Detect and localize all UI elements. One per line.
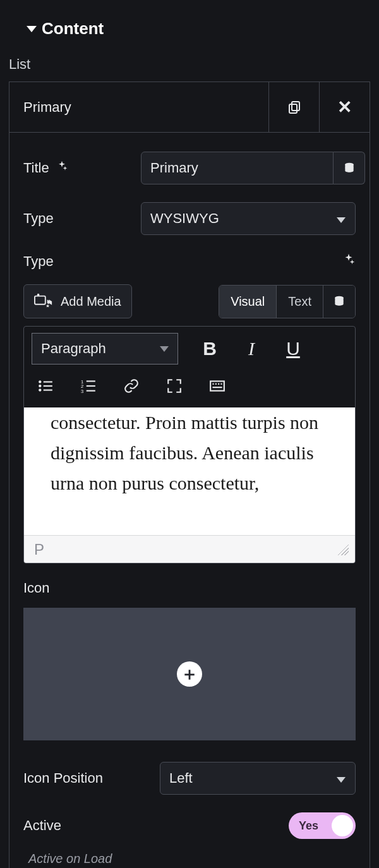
editor-text: consectetur. Proin mattis turpis non dig… xyxy=(51,407,340,498)
list-item-header: Primary ✕ xyxy=(9,82,370,133)
svg-rect-17 xyxy=(87,390,95,392)
row-active: Active Yes xyxy=(23,812,356,839)
label-type: Type xyxy=(23,210,131,227)
svg-rect-18 xyxy=(210,381,224,390)
resize-handle[interactable] xyxy=(337,544,349,555)
tab-visual[interactable]: Visual xyxy=(219,286,277,318)
editor-tabs: Visual Text xyxy=(219,285,356,318)
duplicate-button[interactable] xyxy=(268,82,319,132)
dynamic-data-button[interactable] xyxy=(323,286,355,318)
svg-rect-9 xyxy=(44,385,52,387)
row-title: Title xyxy=(23,152,356,184)
italic-button[interactable]: I xyxy=(241,336,262,361)
editor-status-bar: P xyxy=(24,535,355,563)
toggle-value: Yes xyxy=(299,819,318,833)
svg-point-4 xyxy=(37,294,40,296)
row-icon-position: Icon Position Left xyxy=(23,762,356,795)
editor-toolbar: Paragraph B I U 123 xyxy=(24,327,355,407)
sparkles-icon[interactable] xyxy=(342,253,356,270)
list-label: List xyxy=(9,56,370,73)
bullet-list-button[interactable] xyxy=(35,373,56,399)
database-icon xyxy=(333,295,346,308)
label-icon-position: Icon Position xyxy=(23,770,150,787)
svg-rect-13 xyxy=(87,380,95,382)
list-item-body: Title xyxy=(9,133,370,868)
svg-rect-15 xyxy=(87,385,95,387)
svg-rect-0 xyxy=(292,102,299,111)
svg-rect-7 xyxy=(44,381,52,382)
tab-text[interactable]: Text xyxy=(277,286,323,318)
svg-rect-1 xyxy=(289,104,297,113)
content-panel: Content List Primary ✕ Title xyxy=(0,0,379,868)
label-title: Title xyxy=(23,160,131,176)
svg-rect-11 xyxy=(44,389,52,390)
media-icon xyxy=(34,293,53,310)
svg-rect-19 xyxy=(212,383,214,385)
block-format-value: Paragraph xyxy=(41,341,106,357)
numbered-list-button[interactable]: 123 xyxy=(78,373,99,399)
icon-position-value: Left xyxy=(160,762,356,795)
section-title: Content xyxy=(42,19,104,39)
link-button[interactable] xyxy=(121,373,141,399)
chevron-down-icon xyxy=(27,26,37,32)
expand-icon xyxy=(166,378,183,394)
svg-rect-3 xyxy=(35,296,45,304)
svg-point-8 xyxy=(39,385,41,387)
link-icon xyxy=(123,378,140,394)
copy-icon xyxy=(287,100,302,115)
editor-content-area[interactable]: consectetur. Proin mattis turpis non dig… xyxy=(24,407,355,535)
list-item-title[interactable]: Primary xyxy=(9,82,268,132)
list-ol-icon: 123 xyxy=(80,378,97,394)
keyboard-icon xyxy=(209,378,226,394)
bold-button[interactable]: B xyxy=(200,336,220,361)
label-icon: Icon xyxy=(23,580,356,596)
wysiwyg-editor: Paragraph B I U 123 xyxy=(23,326,356,564)
fullscreen-button[interactable] xyxy=(164,373,184,399)
svg-point-10 xyxy=(39,389,41,391)
svg-rect-20 xyxy=(215,383,217,385)
section-header[interactable]: Content xyxy=(27,19,370,39)
sparkles-icon[interactable] xyxy=(56,160,68,176)
delete-button[interactable]: ✕ xyxy=(319,82,370,132)
row-type-select: Type WYSIWYG xyxy=(23,202,356,235)
icon-position-select[interactable]: Left xyxy=(160,762,356,795)
block-format-select[interactable]: Paragraph xyxy=(32,333,178,365)
icon-section: Icon ＋ xyxy=(23,580,356,740)
add-media-label: Add Media xyxy=(61,294,121,309)
active-toggle[interactable]: Yes xyxy=(289,812,356,839)
close-icon: ✕ xyxy=(337,97,352,118)
dynamic-data-button[interactable] xyxy=(334,152,365,184)
chevron-down-icon xyxy=(160,346,169,352)
svg-rect-21 xyxy=(218,383,219,385)
editor-topbar: Add Media Visual Text xyxy=(23,284,356,318)
type-select-value: WYSIWYG xyxy=(141,202,356,235)
toggle-knob xyxy=(332,815,353,836)
active-hint: Active on Load xyxy=(28,852,356,866)
list-ul-icon xyxy=(37,378,54,394)
type-select[interactable]: WYSIWYG xyxy=(141,202,356,235)
editor-header: Type xyxy=(23,253,356,270)
icon-upload-area[interactable]: ＋ xyxy=(23,608,356,740)
svg-text:3: 3 xyxy=(81,389,83,394)
label-active: Active xyxy=(23,817,289,834)
add-media-button[interactable]: Add Media xyxy=(23,284,132,318)
svg-rect-23 xyxy=(212,387,222,388)
svg-rect-22 xyxy=(220,383,222,385)
plus-icon: ＋ xyxy=(177,661,202,687)
title-input[interactable] xyxy=(141,152,334,184)
toolbar-toggle-button[interactable] xyxy=(207,373,227,399)
svg-point-6 xyxy=(39,380,41,383)
underline-button[interactable]: U xyxy=(283,336,303,361)
editor-path-indicator[interactable]: P xyxy=(34,541,44,558)
database-icon xyxy=(343,162,356,174)
label-editor: Type xyxy=(23,253,54,270)
list-container: Primary ✕ Title xyxy=(9,81,370,868)
label-title-text: Title xyxy=(23,160,49,176)
